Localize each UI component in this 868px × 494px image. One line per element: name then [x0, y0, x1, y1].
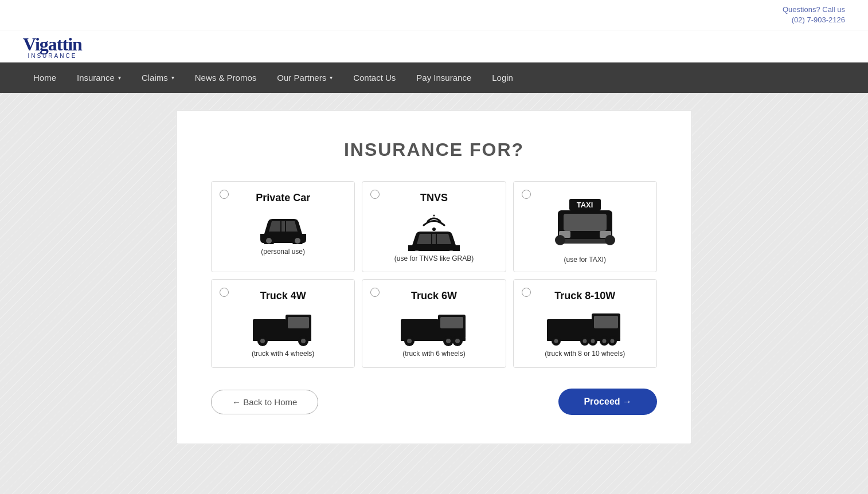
main-content: INSURANCE FOR? Private Car [0, 93, 868, 461]
svg-point-45 [591, 339, 595, 343]
nav-home[interactable]: Home [23, 62, 67, 93]
radio-truck-4w[interactable] [220, 288, 229, 297]
radio-truck-6w[interactable] [370, 288, 380, 297]
insurance-selection-card: INSURANCE FOR? Private Car [176, 110, 692, 444]
contact-info: Questions? Call us (02) 7-903-2126 [783, 5, 845, 25]
svg-point-3 [295, 238, 300, 244]
truck4w-icon [250, 309, 316, 346]
svg-text:TAXI: TAXI [576, 201, 593, 209]
nav-our-partners[interactable]: Our Partners ▾ [267, 62, 343, 93]
radio-tnvs[interactable] [370, 190, 380, 199]
logo[interactable]: Vigattin INSURANCE [23, 34, 82, 59]
svg-point-35 [455, 339, 460, 343]
back-button-label: ← Back to Home [232, 397, 297, 407]
car-icon [252, 211, 315, 244]
tnvs-icon [400, 211, 468, 251]
svg-point-47 [603, 339, 607, 343]
nav-partners-arrow: ▾ [330, 75, 333, 81]
svg-rect-19 [288, 317, 309, 328]
taxi-icon: TAXI [552, 198, 618, 252]
vehicle-title-private-car: Private Car [256, 192, 310, 204]
vehicle-option-truck-8-10w[interactable]: Truck 8-10W [513, 279, 657, 368]
vehicle-subtitle-truck-4w: (truck with 4 wheels) [252, 350, 314, 358]
top-bar: Questions? Call us (02) 7-903-2126 [0, 0, 868, 30]
vehicle-title-tnvs: TNVS [420, 192, 448, 204]
vehicle-subtitle-tnvs: (use for TNVS like GRAB) [394, 254, 474, 262]
svg-rect-15 [561, 239, 609, 244]
vehicle-subtitle-private-car: (personal use) [261, 248, 305, 256]
section-title: INSURANCE FOR? [211, 139, 657, 160]
main-nav: Home Insurance ▾ Claims ▾ News & Promos … [0, 62, 868, 93]
truck8-10w-icon [545, 309, 625, 346]
radio-taxi[interactable] [522, 190, 531, 199]
vehicle-title-truck-6w: Truck 6W [411, 290, 457, 302]
svg-point-31 [407, 339, 412, 343]
phone-number: (02) 7-903-2126 [792, 15, 845, 24]
svg-point-41 [554, 339, 558, 343]
proceed-button[interactable]: Proceed → [558, 389, 657, 415]
header: Vigattin INSURANCE [0, 30, 868, 62]
nav-news-promos[interactable]: News & Promos [185, 62, 267, 93]
radio-private-car[interactable] [220, 190, 229, 199]
vehicle-title-truck-8-10w: Truck 8-10W [554, 290, 615, 302]
nav-pay-insurance[interactable]: Pay Insurance [406, 62, 482, 93]
svg-point-33 [446, 339, 451, 343]
vehicle-subtitle-truck-6w: (truck with 6 wheels) [402, 350, 465, 358]
vehicle-option-truck-6w[interactable]: Truck 6W [362, 279, 506, 368]
svg-rect-20 [253, 319, 286, 339]
vehicle-option-tnvs[interactable]: TNVS [362, 181, 506, 272]
nav-login[interactable]: Login [482, 62, 523, 93]
vehicle-title-truck-4w: Truck 4W [260, 290, 306, 302]
svg-rect-16 [555, 235, 565, 245]
svg-point-1 [266, 238, 272, 244]
svg-rect-27 [440, 317, 463, 328]
vehicle-subtitle-truck-8-10w: (truck with 8 or 10 wheels) [545, 350, 625, 358]
svg-point-4 [432, 228, 436, 231]
nav-claims[interactable]: Claims ▾ [131, 62, 185, 93]
vehicle-option-taxi[interactable]: TAXI (use for TA [513, 181, 657, 272]
svg-rect-37 [594, 316, 618, 328]
vehicle-option-truck-4w[interactable]: Truck 4W [211, 279, 355, 368]
radio-truck-8-10w[interactable] [522, 288, 531, 297]
vehicle-subtitle-taxi: (use for TAXI) [564, 256, 607, 264]
svg-rect-38 [547, 319, 593, 339]
logo-name: Vigattin [23, 34, 82, 54]
nav-insurance[interactable]: Insurance ▾ [67, 62, 131, 93]
svg-point-23 [260, 339, 265, 343]
svg-point-49 [611, 339, 615, 343]
vehicle-grid: Private Car [211, 181, 657, 368]
btn-row: ← Back to Home Proceed → [211, 389, 657, 415]
truck6w-icon [398, 309, 470, 346]
nav-insurance-arrow: ▾ [118, 75, 121, 81]
vehicle-option-private-car[interactable]: Private Car [211, 181, 355, 272]
back-to-home-button[interactable]: ← Back to Home [211, 390, 318, 414]
svg-rect-12 [564, 214, 607, 231]
questions-label: Questions? Call us [783, 5, 845, 14]
svg-point-43 [583, 339, 587, 343]
svg-rect-17 [605, 235, 615, 245]
proceed-button-label: Proceed → [584, 397, 632, 407]
logo-sub: INSURANCE [23, 53, 82, 59]
svg-point-25 [301, 339, 306, 343]
nav-claims-arrow: ▾ [171, 75, 174, 81]
nav-contact-us[interactable]: Contact Us [343, 62, 406, 93]
svg-rect-28 [401, 319, 439, 339]
